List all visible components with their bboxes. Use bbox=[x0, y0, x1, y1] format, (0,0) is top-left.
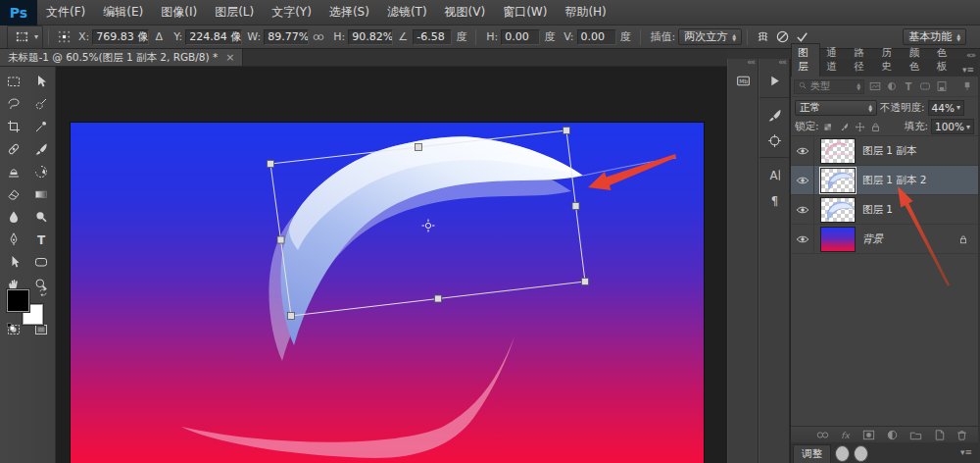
cancel-transform-button[interactable] bbox=[772, 27, 792, 47]
tab-颜色[interactable]: 颜色 bbox=[904, 44, 931, 77]
workspace-switcher[interactable]: 基本功能▲▼ bbox=[903, 28, 966, 45]
panel-menu-icon[interactable]: ▾≡ bbox=[960, 447, 972, 457]
tab-通道[interactable]: 通道 bbox=[820, 44, 848, 77]
tool-move[interactable] bbox=[28, 71, 54, 92]
adjustment-preset-icon[interactable] bbox=[835, 445, 850, 462]
width-input[interactable]: 89.77% bbox=[264, 29, 309, 45]
filter-shape-filter[interactable] bbox=[916, 78, 933, 94]
tool-spot-healing[interactable] bbox=[1, 138, 26, 160]
tool-dodge[interactable] bbox=[28, 206, 54, 228]
link-dimensions-icon[interactable] bbox=[309, 27, 328, 47]
foreground-color-swatch[interactable] bbox=[7, 289, 29, 312]
filter-pixel-filter[interactable] bbox=[866, 78, 883, 94]
h-skew-input[interactable]: 0.00 bbox=[501, 29, 540, 45]
menu-select[interactable]: 选择(S) bbox=[320, 0, 378, 25]
tool-clone-stamp[interactable] bbox=[1, 161, 26, 182]
tool-history-brush[interactable] bbox=[28, 161, 54, 182]
layer-visibility-toggle[interactable] bbox=[791, 136, 814, 165]
interpolation-select[interactable]: 两次立方▲▼ bbox=[678, 28, 742, 45]
filter-adjustment-filter[interactable] bbox=[883, 78, 900, 94]
filter-type-filter[interactable]: T bbox=[900, 78, 916, 94]
tab-close-icon[interactable]: × bbox=[225, 51, 234, 64]
height-input[interactable]: 90.82% bbox=[348, 29, 393, 45]
tab-路径[interactable]: 路径 bbox=[848, 44, 875, 77]
layer-visibility-toggle[interactable] bbox=[791, 166, 814, 194]
menu-edit[interactable]: 编辑(E) bbox=[94, 0, 152, 25]
tool-path-selection[interactable] bbox=[1, 251, 26, 273]
menu-window[interactable]: 窗口(W) bbox=[494, 0, 556, 25]
panel-button-mini-bridge[interactable]: Mb bbox=[729, 68, 757, 93]
tool-rounded-rectangle[interactable] bbox=[28, 251, 54, 273]
tool-pen[interactable] bbox=[1, 229, 26, 250]
tool-type[interactable]: T bbox=[28, 229, 54, 250]
y-input[interactable]: 224.84 像素 bbox=[185, 29, 242, 45]
tool-eyedropper[interactable] bbox=[28, 116, 54, 137]
reference-point-locator[interactable] bbox=[54, 27, 74, 47]
panel-button-clone-source[interactable] bbox=[760, 128, 788, 153]
tool-brush[interactable] bbox=[28, 138, 54, 160]
relative-position-icon[interactable]: Δ bbox=[149, 27, 169, 47]
default-colors-icon[interactable] bbox=[6, 320, 18, 332]
adjustment-preset-icon[interactable] bbox=[854, 445, 868, 462]
tool-quick-selection[interactable] bbox=[28, 93, 54, 115]
transform-tool-preset[interactable]: ▾ bbox=[7, 26, 43, 49]
delete-layer-button[interactable] bbox=[955, 428, 970, 442]
layer-thumbnail[interactable] bbox=[820, 168, 856, 193]
layer-visibility-toggle[interactable] bbox=[791, 225, 814, 253]
layer-style-fx-button[interactable]: fx bbox=[838, 428, 854, 442]
layer-row-图层 1 副本[interactable]: 图层 1 副本 bbox=[791, 136, 978, 166]
layer-thumbnail[interactable] bbox=[820, 197, 856, 223]
layer-thumbnail[interactable] bbox=[820, 138, 856, 164]
lock-all-button[interactable] bbox=[869, 120, 883, 133]
layer-visibility-toggle[interactable] bbox=[791, 195, 814, 224]
layer-thumbnail[interactable] bbox=[820, 227, 856, 252]
tool-crop[interactable] bbox=[1, 116, 26, 137]
link-layers-button[interactable] bbox=[814, 428, 830, 442]
panel-button-character-panel[interactable]: A bbox=[760, 162, 788, 187]
menu-view[interactable]: 视图(V) bbox=[436, 0, 495, 25]
warp-mode-toggle[interactable] bbox=[753, 27, 772, 47]
panel-button-paragraph-panel[interactable]: ¶ bbox=[760, 187, 788, 213]
menu-help[interactable]: 帮助(H) bbox=[556, 0, 614, 25]
new-adjustment-button[interactable] bbox=[884, 428, 900, 442]
tool-gradient[interactable] bbox=[28, 183, 54, 205]
menu-image[interactable]: 图像(I) bbox=[152, 0, 206, 25]
v-skew-input[interactable]: 0.00 bbox=[577, 29, 616, 45]
lock-position-button[interactable] bbox=[854, 120, 867, 133]
document-tab[interactable]: 未标题-1 @ 60.5%(图层 1 副本 2, RGB/8) * × bbox=[0, 49, 243, 66]
opacity-value[interactable]: 44%▾ bbox=[928, 100, 964, 116]
new-group-button[interactable] bbox=[907, 428, 923, 442]
new-layer-button[interactable] bbox=[931, 428, 947, 442]
expand-panels-icon[interactable]: «« bbox=[728, 59, 758, 68]
canvas[interactable] bbox=[71, 123, 704, 463]
layer-row-背景[interactable]: 背景 bbox=[791, 225, 978, 254]
panel-button-actions-panel[interactable] bbox=[760, 68, 788, 93]
lock-image-button[interactable] bbox=[838, 120, 852, 133]
x-input[interactable]: 769.83 像素 bbox=[92, 29, 149, 45]
menu-file[interactable]: 文件(F) bbox=[37, 0, 94, 25]
menu-type[interactable]: 文字(Y) bbox=[263, 0, 320, 25]
switch-colors-icon[interactable] bbox=[37, 286, 49, 298]
tab-图层[interactable]: 图层 bbox=[791, 43, 820, 77]
lock-transparent-button[interactable] bbox=[822, 120, 836, 133]
blend-mode-select[interactable]: 正常 ▲▼ bbox=[795, 100, 877, 116]
expand-panels-icon[interactable]: «« bbox=[760, 59, 789, 68]
menu-layer[interactable]: 图层(L) bbox=[206, 0, 263, 25]
tab-历史[interactable]: 历史 bbox=[875, 44, 903, 77]
tool-eraser[interactable] bbox=[1, 183, 26, 205]
fill-value[interactable]: 100%▾ bbox=[931, 119, 974, 134]
panel-menu-icon[interactable]: ▾≡ bbox=[958, 65, 978, 77]
layer-row-图层 1[interactable]: 图层 1 bbox=[791, 195, 978, 225]
tab-色板[interactable]: 色板 bbox=[931, 44, 958, 77]
panel-button-brush-panel[interactable] bbox=[760, 102, 788, 128]
layer-row-图层 1 副本 2[interactable]: 图层 1 副本 2 bbox=[791, 166, 978, 195]
tab-adjustments[interactable]: 调整 bbox=[793, 444, 831, 463]
tool-rectangular-marquee[interactable] bbox=[1, 71, 26, 92]
filter-toggle-icon[interactable] bbox=[958, 78, 975, 94]
menu-filter[interactable]: 滤镜(T) bbox=[378, 0, 436, 25]
add-mask-button[interactable] bbox=[861, 428, 877, 442]
filter-smart-filter[interactable] bbox=[933, 78, 950, 94]
tool-lasso[interactable] bbox=[1, 93, 26, 115]
layer-filter-select[interactable]: 类型 ▲▼ bbox=[794, 79, 864, 94]
rotate-input[interactable]: -6.58 bbox=[413, 29, 452, 45]
